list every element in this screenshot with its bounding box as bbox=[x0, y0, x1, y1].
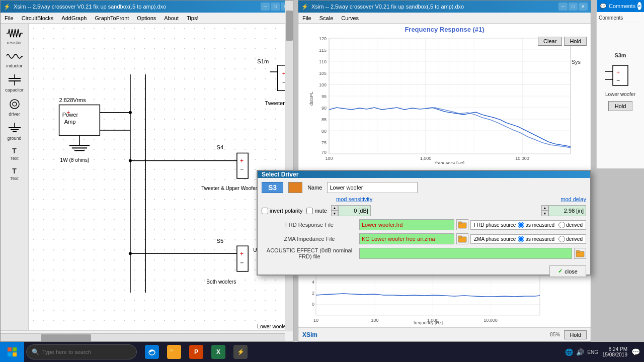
svg-text:90: 90 bbox=[321, 106, 326, 111]
menu-file-right[interactable]: File bbox=[298, 14, 315, 22]
invert-polarity-label[interactable]: invert polarity bbox=[262, 208, 302, 214]
zma-derived-label[interactable]: derived bbox=[558, 236, 583, 242]
hold-btn-top[interactable]: Hold bbox=[564, 37, 587, 46]
mod-sensitivity-label[interactable]: mod sensitivity bbox=[336, 196, 372, 202]
maximize-btn-left[interactable]: □ bbox=[271, 3, 280, 11]
menu-scale[interactable]: Scale bbox=[315, 14, 338, 22]
sensitivity-down-btn[interactable]: ▼ bbox=[331, 211, 338, 216]
mute-label[interactable]: mute bbox=[306, 208, 327, 214]
svg-text:−: − bbox=[240, 259, 244, 266]
zma-derived-radio[interactable] bbox=[558, 236, 565, 242]
network-icon[interactable]: 🌐 bbox=[565, 348, 573, 356]
acoustic-browse-btn[interactable] bbox=[574, 248, 586, 259]
zma-as-measured-radio[interactable] bbox=[518, 236, 524, 242]
minimize-btn-left[interactable]: ─ bbox=[261, 3, 270, 11]
svg-text:Power: Power bbox=[62, 112, 78, 118]
svg-text:0: 0 bbox=[312, 302, 314, 307]
mod-sensitivity-row: mod sensitivity mod delay bbox=[262, 196, 586, 202]
zma-as-measured-label[interactable]: as measured bbox=[518, 236, 554, 242]
svg-text:2.828Vrms: 2.828Vrms bbox=[59, 97, 87, 103]
svg-text:dBSPL: dBSPL bbox=[309, 92, 314, 106]
sidebar-tool-driver[interactable]: driver bbox=[2, 96, 27, 119]
clear-btn[interactable]: Clear bbox=[538, 37, 562, 46]
invert-polarity-checkbox[interactable] bbox=[262, 208, 268, 214]
zma-browse-btn[interactable] bbox=[456, 233, 468, 244]
left-window-title: Xsim -- 2.5way crossover V0.21 fix up sa… bbox=[14, 4, 261, 10]
circuit-area[interactable]: Power Amp + 2.828Vrms 1W (8 ohms) S1m + bbox=[29, 24, 293, 330]
menu-circuitblocks[interactable]: CircuitBlocks bbox=[18, 14, 58, 22]
frd-derived-radio[interactable] bbox=[558, 222, 565, 228]
svg-rect-120 bbox=[458, 236, 462, 238]
menu-about-left[interactable]: About bbox=[160, 14, 183, 22]
menu-addgraph[interactable]: AddGraph bbox=[57, 14, 91, 22]
frd-derived-label[interactable]: derived bbox=[558, 222, 583, 228]
close-btn-right[interactable]: ✕ bbox=[579, 3, 588, 11]
hold-btn-bottom[interactable]: Hold bbox=[564, 330, 587, 339]
hold-btn-right[interactable]: Hold bbox=[608, 101, 633, 111]
text2-label: Text bbox=[10, 176, 19, 181]
zma-file-input[interactable] bbox=[359, 233, 454, 244]
taskbar-app-excel[interactable]: X bbox=[207, 342, 229, 362]
svg-point-46 bbox=[129, 159, 132, 162]
date-display: 15/08/2019 bbox=[602, 352, 627, 357]
driver-name-input[interactable] bbox=[327, 182, 418, 193]
driver-color-swatch[interactable] bbox=[288, 182, 302, 193]
taskbar-app-generic[interactable]: ⚡ bbox=[229, 342, 252, 362]
comments-header[interactable]: 💬 Comments ✕ bbox=[597, 0, 644, 12]
svg-text:frequency [Hz]: frequency [Hz] bbox=[435, 161, 464, 164]
sidebar-tool-text2[interactable]: T Text bbox=[2, 164, 27, 184]
start-button[interactable] bbox=[0, 342, 24, 362]
search-icon: 🔍 bbox=[32, 348, 39, 355]
volume-icon[interactable]: 🔊 bbox=[576, 348, 584, 356]
menu-options-left[interactable]: Options bbox=[133, 14, 160, 22]
driver-header-row: S3 Name bbox=[262, 182, 586, 193]
search-input[interactable] bbox=[42, 349, 131, 355]
left-window-titlebar: ⚡ Xsim -- 2.5way crossover V0.21 fix up … bbox=[1, 1, 293, 13]
sensitivity-input[interactable] bbox=[338, 205, 371, 216]
frd-as-measured-radio[interactable] bbox=[518, 222, 524, 228]
sidebar-tool-capacitor[interactable]: capacitor bbox=[2, 72, 27, 95]
frd-file-input[interactable] bbox=[359, 219, 454, 230]
frd-as-measured-label[interactable]: as measured bbox=[518, 222, 554, 228]
frd-browse-btn[interactable] bbox=[456, 219, 468, 230]
capacitor-icon bbox=[7, 74, 23, 86]
delay-up-btn[interactable]: ▲ bbox=[541, 205, 548, 211]
taskbar-search-box[interactable]: 🔍 bbox=[26, 344, 137, 359]
menu-graphtofront[interactable]: GraphToFront bbox=[91, 14, 133, 22]
circuit-svg: Power Amp + 2.828Vrms 1W (8 ohms) S1m + bbox=[29, 24, 293, 330]
svg-text:95: 95 bbox=[321, 94, 326, 99]
delay-down-btn[interactable]: ▼ bbox=[541, 211, 548, 216]
circuit-canvas: resistor inductor capacitor driver bbox=[1, 24, 293, 330]
taskbar-app-edge[interactable] bbox=[141, 342, 163, 362]
svg-text:Amp: Amp bbox=[64, 119, 76, 125]
menu-curves[interactable]: Curves bbox=[337, 14, 363, 22]
close-comments-icon[interactable]: ✕ bbox=[637, 2, 641, 10]
sensitivity-up-btn[interactable]: ▲ bbox=[331, 205, 338, 211]
frd-phase-source: FRD phase source as measured derived bbox=[470, 220, 586, 230]
svg-text:110: 110 bbox=[318, 59, 326, 64]
svg-text:85: 85 bbox=[321, 117, 326, 122]
delay-input[interactable] bbox=[548, 205, 586, 216]
mod-delay-label[interactable]: mod delay bbox=[560, 196, 586, 202]
sidebar-tool-ground[interactable]: ground bbox=[2, 120, 27, 143]
minimize-btn-right[interactable]: ─ bbox=[558, 3, 568, 11]
ground-label: ground bbox=[7, 136, 21, 141]
mute-checkbox[interactable] bbox=[306, 208, 313, 214]
menu-tips-left[interactable]: Tips! bbox=[183, 14, 202, 22]
sidebar-tool-resistor[interactable]: resistor bbox=[2, 26, 27, 48]
maximize-btn-right[interactable]: □ bbox=[569, 3, 578, 11]
s3m-svg: + − bbox=[605, 60, 635, 90]
menu-file-left[interactable]: File bbox=[1, 14, 18, 22]
taskbar-app-ppt[interactable]: P bbox=[185, 342, 207, 362]
taskbar-app-folder[interactable] bbox=[163, 342, 185, 362]
dialog-close-btn[interactable]: ✓ close bbox=[549, 265, 586, 277]
comment-item[interactable]: Comments bbox=[599, 14, 642, 22]
clock[interactable]: 8:24 PM 15/08/2019 bbox=[602, 346, 627, 357]
chart-controls: Clear Hold bbox=[538, 37, 587, 46]
sidebar-tool-inductor[interactable]: inductor bbox=[2, 49, 27, 71]
acoustic-file-input[interactable] bbox=[359, 248, 572, 259]
sidebar-tool-text1[interactable]: T Text bbox=[2, 144, 27, 163]
notification-icon[interactable]: 💬 bbox=[631, 348, 640, 356]
driver-label: driver bbox=[9, 112, 20, 117]
svg-text:1W (8 ohms): 1W (8 ohms) bbox=[60, 157, 90, 163]
